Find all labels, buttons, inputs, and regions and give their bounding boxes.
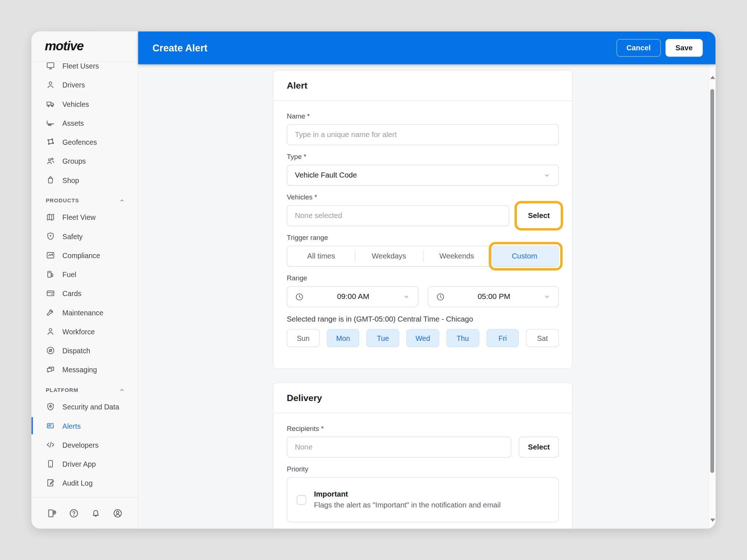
sidebar-item-label: Fuel: [62, 270, 76, 278]
guide-book-icon[interactable]: [47, 508, 57, 518]
sidebar-item-driver-app[interactable]: Driver App: [31, 454, 138, 473]
range-group: Range 09:00 AM 05:00 PM: [287, 274, 559, 307]
sidebar-item-geofences[interactable]: Geofences: [31, 132, 138, 151]
important-checkbox[interactable]: [297, 495, 306, 505]
sidebar-item-vehicles[interactable]: Vehicles: [31, 94, 138, 113]
geofence-icon: [46, 137, 55, 147]
sidebar-item-label: Messaging: [62, 365, 97, 373]
bell-icon[interactable]: [90, 508, 101, 518]
vehicles-value-box: [287, 205, 509, 226]
sidebar-item-label: Fleet View: [62, 213, 96, 221]
trigger-range-group: Trigger range All times Weekdays Weekend…: [287, 234, 559, 267]
trigger-option-all-times[interactable]: All times: [287, 246, 355, 266]
trigger-range-label: Trigger range: [287, 234, 559, 241]
sidebar-item-maintenance[interactable]: Maintenance: [31, 303, 138, 322]
priority-option-description: Flags the alert as "Important" in the no…: [314, 501, 501, 510]
page-title: Create Alert: [152, 42, 208, 54]
top-bar: Create Alert Cancel Save: [138, 31, 716, 64]
dispatch-pin-icon: [46, 346, 55, 355]
trigger-option-weekdays[interactable]: Weekdays: [355, 246, 423, 266]
sidebar-item-workforce[interactable]: Workforce: [31, 322, 138, 341]
day-chip-fri[interactable]: Fri: [486, 329, 519, 347]
day-chip-sat[interactable]: Sat: [526, 329, 559, 347]
vehicles-input[interactable]: [295, 206, 501, 226]
sidebar-item-label: Safety: [62, 232, 83, 240]
vehicles-field-group: Vehicles * Select: [287, 193, 559, 226]
name-field-group: Name *: [287, 112, 559, 145]
day-chip-wed[interactable]: Wed: [406, 329, 439, 347]
wrench-icon: [46, 308, 55, 317]
sidebar-item-developers[interactable]: Developers: [31, 435, 138, 454]
sidebar-item-fleet-users[interactable]: Fleet Users: [31, 62, 138, 75]
day-chip-sun[interactable]: Sun: [287, 329, 320, 347]
start-time-select[interactable]: 09:00 AM: [287, 286, 418, 307]
alert-card-header: Alert: [274, 70, 572, 101]
save-button[interactable]: Save: [665, 39, 703, 57]
priority-field-group: Priority Important Flags the alert as "I…: [287, 465, 559, 522]
scroll-down-arrow-icon[interactable]: [710, 518, 715, 522]
alert-card-body: Name * Type * Vehicle Fault Code V: [274, 101, 572, 359]
name-input[interactable]: [295, 125, 550, 145]
compliance-chart-icon: [46, 250, 55, 260]
trigger-range-segmented-control: All times Weekdays Weekends Custom: [287, 246, 559, 267]
sidebar-item-cards[interactable]: Cards: [31, 284, 138, 303]
day-chip-tue[interactable]: Tue: [367, 329, 399, 347]
name-label: Name *: [287, 112, 559, 120]
smartphone-icon: [46, 459, 55, 468]
sidebar-item-fleet-view[interactable]: Fleet View: [31, 207, 138, 226]
day-chip-thu[interactable]: Thu: [446, 329, 479, 347]
cancel-button[interactable]: Cancel: [616, 39, 661, 57]
alert-card: Alert Name * Type * Vehicle Fault Code: [273, 70, 573, 369]
sidebar-item-groups[interactable]: Groups: [31, 151, 138, 170]
recipients-select-button[interactable]: Select: [519, 437, 559, 458]
logo-row: motive: [31, 31, 138, 62]
chat-icon: [46, 365, 55, 374]
map-icon: [46, 213, 55, 222]
sidebar-item-security-and-data[interactable]: Security and Data: [31, 397, 138, 416]
sidebar-item-assets[interactable]: Assets: [31, 113, 138, 132]
sidebar-item-compliance[interactable]: Compliance: [31, 246, 138, 265]
shopping-bag-icon: [46, 175, 55, 185]
sidebar-item-drivers[interactable]: Drivers: [31, 75, 138, 94]
vehicles-select-button[interactable]: Select: [519, 205, 559, 226]
app-window: motive Fleet Users Drivers Vehicles As: [31, 31, 716, 529]
truck-icon: [46, 99, 55, 109]
sidebar-item-audit-log[interactable]: Audit Log: [31, 473, 138, 492]
scroll-up-arrow-icon[interactable]: [710, 76, 715, 79]
recipients-value-box: [287, 437, 511, 458]
delivery-card-header: Delivery: [274, 383, 572, 413]
scrollbar-thumb[interactable]: [710, 89, 714, 473]
help-circle-icon[interactable]: [69, 508, 79, 518]
name-input-box: [287, 124, 559, 145]
sidebar-item-alerts[interactable]: Alerts: [31, 416, 138, 435]
sidebar-item-messaging[interactable]: Messaging: [31, 360, 138, 379]
sidebar-item-label: Developers: [62, 441, 98, 449]
sidebar-item-dispatch[interactable]: Dispatch: [31, 341, 138, 360]
sidebar-item-label: Workforce: [62, 327, 95, 335]
sidebar-item-label: Geofences: [62, 138, 97, 146]
priority-option-box: Important Flags the alert as "Important"…: [287, 477, 559, 522]
sidebar-item-fuel[interactable]: Fuel: [31, 265, 138, 284]
type-select-value: Vehicle Fault Code: [295, 171, 357, 180]
sidebar-section-platform[interactable]: PLATFORM: [31, 383, 138, 397]
end-time-select[interactable]: 05:00 PM: [427, 286, 559, 307]
trigger-option-custom[interactable]: Custom: [491, 246, 558, 266]
sidebar-item-label: Dispatch: [62, 346, 90, 354]
monitor-icon: [46, 62, 55, 70]
account-icon[interactable]: [112, 508, 123, 518]
chevron-down-icon: [543, 293, 551, 300]
delivery-card-title: Delivery: [287, 393, 322, 403]
type-select[interactable]: Vehicle Fault Code: [287, 165, 559, 186]
day-chip-mon[interactable]: Mon: [327, 329, 360, 347]
sidebar-item-safety[interactable]: Safety: [31, 227, 138, 246]
sidebar-item-label: Alerts: [62, 422, 81, 430]
sidebar-item-label: Vehicles: [62, 100, 89, 108]
sidebar-item-shop[interactable]: Shop: [31, 171, 138, 190]
sidebar-item-label: Compliance: [62, 251, 100, 259]
sidebar-section-products[interactable]: PRODUCTS: [31, 193, 138, 207]
recipients-input[interactable]: [295, 437, 503, 457]
trigger-option-weekends[interactable]: Weekends: [423, 246, 491, 266]
credit-card-icon: [46, 289, 55, 298]
clock-icon: [436, 292, 445, 301]
vertical-scrollbar[interactable]: [708, 64, 716, 528]
